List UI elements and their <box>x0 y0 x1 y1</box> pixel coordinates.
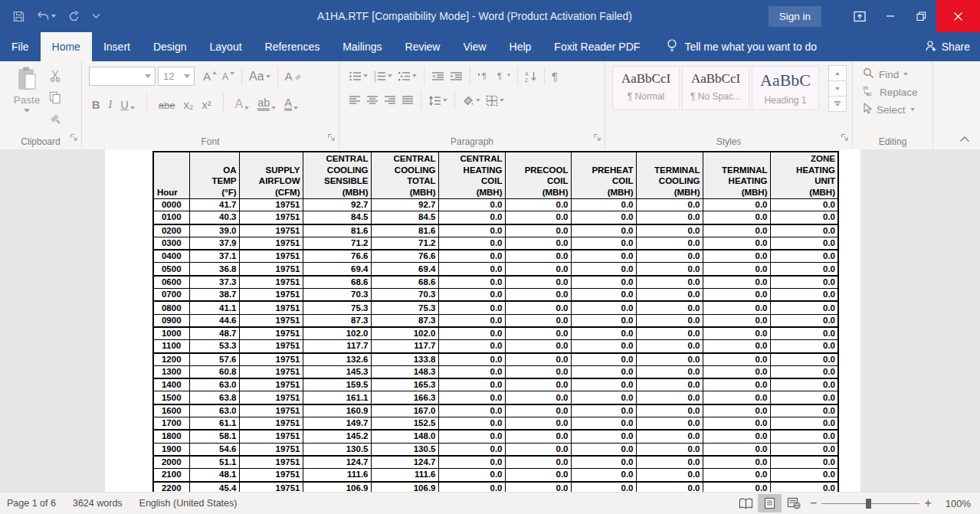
table-cell[interactable]: 71.2 <box>371 237 438 250</box>
table-cell[interactable]: 19751 <box>239 430 303 443</box>
table-cell[interactable]: 145.3 <box>303 365 371 378</box>
table-cell[interactable]: 0.0 <box>636 469 703 482</box>
table-cell[interactable]: 0.0 <box>703 237 770 250</box>
table-cell[interactable]: 0.0 <box>438 263 505 276</box>
table-cell[interactable]: 1600 <box>153 404 189 417</box>
table-cell[interactable]: 117.7 <box>303 340 371 353</box>
table-cell[interactable]: 0100 <box>153 211 189 224</box>
table-cell[interactable]: 0.0 <box>770 443 838 456</box>
table-cell[interactable]: 19751 <box>239 365 303 378</box>
table-cell[interactable]: 0.0 <box>636 365 703 378</box>
superscript-button[interactable]: x² <box>202 99 211 111</box>
collapse-ribbon-icon[interactable] <box>959 132 970 146</box>
table-cell[interactable]: 81.6 <box>371 224 438 237</box>
table-cell[interactable]: 0.0 <box>770 353 838 366</box>
text-effects-button[interactable]: A <box>235 97 250 111</box>
table-cell[interactable]: 0.0 <box>571 443 636 456</box>
table-cell[interactable]: 70.3 <box>303 289 371 302</box>
borders-dropdown-icon[interactable] <box>500 99 504 102</box>
table-cell[interactable]: 0.0 <box>703 378 770 391</box>
table-cell[interactable]: 0.0 <box>438 417 505 431</box>
table-cell[interactable]: 0.0 <box>505 250 571 263</box>
print-layout-icon[interactable] <box>758 494 782 512</box>
table-cell[interactable]: 51.1 <box>189 456 239 469</box>
table-cell[interactable]: 0.0 <box>770 314 838 327</box>
table-cell[interactable]: 0200 <box>153 224 189 237</box>
table-cell[interactable]: 0.0 <box>703 340 770 353</box>
font-dialog-launcher-icon[interactable] <box>327 131 336 145</box>
table-cell[interactable]: 41.7 <box>189 199 239 211</box>
redo-icon[interactable] <box>68 11 80 22</box>
table-cell[interactable]: 0.0 <box>571 378 636 391</box>
font-color-dropdown-icon[interactable] <box>293 106 298 110</box>
word-count[interactable]: 3624 words <box>73 498 123 509</box>
replace-button[interactable]: abac Replace <box>863 85 932 99</box>
show-hide-pilcrow-button[interactable]: ¶ <box>550 67 559 84</box>
shrink-font-button[interactable]: A <box>221 68 236 85</box>
table-cell[interactable]: 1200 <box>153 353 189 366</box>
table-cell[interactable]: 1700 <box>153 417 189 431</box>
tab-help[interactable]: Help <box>498 32 543 61</box>
table-cell[interactable]: 0.0 <box>636 430 703 443</box>
table-cell[interactable]: 148.0 <box>371 430 438 443</box>
table-cell[interactable]: 57.6 <box>189 353 239 366</box>
table-cell[interactable]: 70.3 <box>371 289 438 302</box>
table-cell[interactable]: 0.0 <box>571 456 636 469</box>
table-cell[interactable]: 63.8 <box>189 391 239 404</box>
table-cell[interactable]: 0.0 <box>770 327 838 340</box>
table-cell[interactable]: 0.0 <box>636 443 703 456</box>
table-cell[interactable]: 160.9 <box>303 404 371 417</box>
table-cell[interactable]: 40.3 <box>189 211 239 224</box>
table-cell[interactable]: 0.0 <box>770 250 838 263</box>
table-cell[interactable]: 19751 <box>239 340 303 353</box>
font-color-button[interactable]: A <box>284 97 298 112</box>
table-cell[interactable]: 0.0 <box>571 276 636 289</box>
table-cell[interactable]: 0.0 <box>438 365 505 378</box>
table-cell[interactable]: 0.0 <box>571 199 636 211</box>
table-cell[interactable]: 92.7 <box>371 199 438 211</box>
table-cell[interactable]: 130.5 <box>371 443 438 456</box>
tab-view[interactable]: View <box>451 32 497 61</box>
clipboard-dialog-launcher-icon[interactable] <box>70 131 78 145</box>
select-button[interactable]: Select <box>863 103 932 116</box>
table-cell[interactable]: 76.6 <box>371 250 438 263</box>
table-cell[interactable]: 0.0 <box>770 469 838 482</box>
table-cell[interactable]: 71.2 <box>303 237 371 250</box>
column-header[interactable]: PRECOOL COIL (MBH) <box>505 152 571 199</box>
tab-design[interactable]: Design <box>142 32 198 61</box>
table-cell[interactable]: 19751 <box>239 327 303 340</box>
table-cell[interactable]: 1100 <box>153 340 189 353</box>
table-cell[interactable]: 0.0 <box>571 353 636 366</box>
table-cell[interactable]: 0.0 <box>571 314 636 327</box>
table-cell[interactable]: 2200 <box>153 482 189 493</box>
table-cell[interactable]: 0.0 <box>505 404 571 417</box>
table-cell[interactable]: 68.6 <box>303 276 371 289</box>
column-header[interactable]: CENTRAL HEATING COIL (MBH) <box>438 152 505 199</box>
table-cell[interactable]: 0.0 <box>703 482 770 493</box>
subscript-button[interactable]: x₂ <box>184 99 194 111</box>
line-spacing-button[interactable] <box>427 92 449 109</box>
table-cell[interactable]: 19751 <box>239 263 303 276</box>
table-cell[interactable]: 0.0 <box>770 430 838 443</box>
table-cell[interactable]: 84.5 <box>303 211 371 224</box>
table-cell[interactable]: 0300 <box>153 237 189 250</box>
underline-dropdown-icon[interactable] <box>130 106 135 110</box>
table-cell[interactable]: 106.9 <box>371 482 438 493</box>
table-cell[interactable]: 0900 <box>153 314 189 327</box>
table-cell[interactable]: 0.0 <box>703 276 770 289</box>
table-cell[interactable]: 2000 <box>153 456 189 469</box>
read-mode-icon[interactable] <box>734 494 758 512</box>
style-card-2[interactable]: AaBbCcI¶ No Spac... <box>682 66 749 110</box>
style-card-3[interactable]: AaBbCHeading 1 <box>752 66 819 110</box>
tab-review[interactable]: Review <box>394 32 452 61</box>
table-cell[interactable]: 1800 <box>153 430 189 443</box>
table-cell[interactable]: 0.0 <box>770 378 838 391</box>
table-cell[interactable]: 0000 <box>153 199 189 211</box>
table-cell[interactable]: 0.0 <box>438 237 505 250</box>
align-left-button[interactable] <box>347 92 362 109</box>
table-cell[interactable]: 76.6 <box>303 250 371 263</box>
table-cell[interactable]: 63.0 <box>189 404 239 417</box>
font-size-combobox[interactable]: 12 <box>158 67 195 86</box>
table-cell[interactable]: 0.0 <box>505 199 571 211</box>
column-header[interactable]: CENTRAL COOLING SENSIBLE (MBH) <box>303 152 371 199</box>
